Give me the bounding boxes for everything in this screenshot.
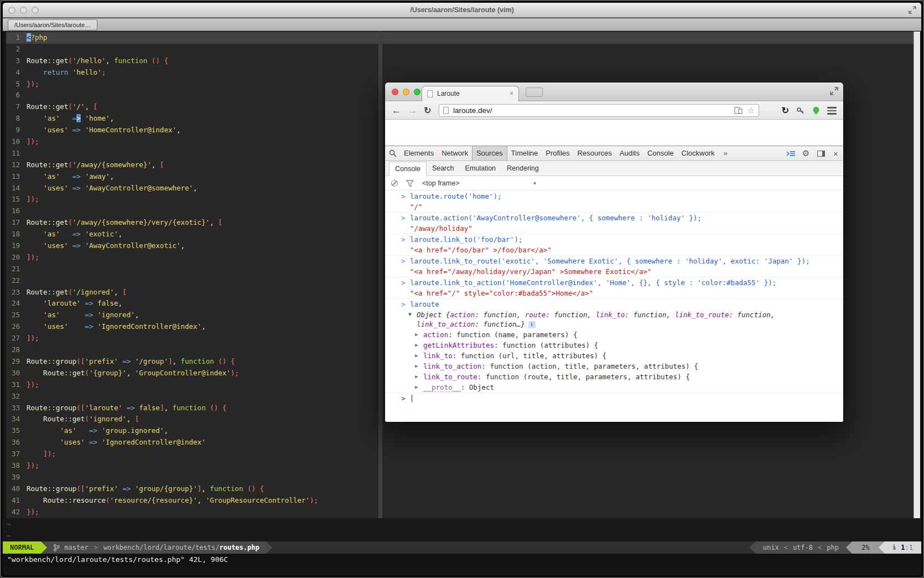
close-button[interactable] — [392, 89, 398, 95]
url-text[interactable]: laroute.dev/ — [453, 105, 492, 116]
browser-titlebar[interactable]: Laroute × — [385, 82, 843, 101]
code-line[interactable]: 13 'as' => 'away', — [6, 171, 378, 183]
code-line[interactable]: 14 'uses' => 'AwayController@somewhere', — [6, 183, 378, 194]
code-line[interactable]: 28 — [6, 344, 378, 356]
code-line[interactable]: 16 — [6, 205, 378, 217]
code-line[interactable]: 7Route::get('/', [ — [6, 101, 378, 113]
terminal-scrollbar[interactable] — [913, 32, 920, 518]
drawer-tab-emulation[interactable]: Emulation — [459, 162, 501, 176]
tab-close-icon[interactable]: × — [510, 86, 513, 101]
terminal-tab[interactable]: /Users/aaron/Sites/laroute… — [8, 19, 97, 30]
code-line[interactable]: 2 — [6, 44, 378, 55]
code-line[interactable]: 26 'uses' => 'IgnoredController@index', — [6, 321, 378, 333]
drawer-tab-search[interactable]: Search — [427, 162, 460, 176]
code-line[interactable]: 1<?php — [6, 32, 378, 44]
bookmark-star-icon[interactable]: ☆ — [747, 106, 755, 115]
info-icon[interactable]: i — [528, 321, 536, 328]
window-resize-icon[interactable] — [830, 87, 838, 95]
code-line[interactable]: 23Route::get('/ignored', [ — [6, 287, 378, 298]
devtools-tab-profiles[interactable]: Profiles — [542, 146, 573, 161]
code-line[interactable]: 31}); — [6, 379, 378, 391]
code-line[interactable]: 30 Route::get('{group}', 'GroupControlle… — [6, 368, 378, 379]
expand-triangle-icon[interactable]: ▶ — [415, 383, 418, 392]
code-line[interactable]: 5}); — [6, 79, 378, 90]
console-log[interactable]: >laroute.route('home');"/">laroute.actio… — [385, 191, 843, 422]
devtools-tab-clockwork[interactable]: Clockwork — [678, 146, 719, 161]
collapse-triangle-icon[interactable]: ▼ — [408, 309, 412, 319]
frame-selector[interactable]: <top frame> ▼ — [422, 179, 537, 187]
drawer-tab-console[interactable]: Console — [389, 162, 427, 176]
devtools-tab-timeline[interactable]: Timeline — [507, 146, 542, 161]
vim-pane-left[interactable]: 1<?php23Route::get('/hello', function ()… — [6, 32, 378, 518]
dock-side-icon[interactable] — [813, 146, 828, 161]
console-prompt-row[interactable]: > — [385, 393, 843, 404]
code-line[interactable]: 21 — [6, 264, 378, 275]
code-line[interactable]: 37 ]); — [6, 448, 378, 460]
code-line[interactable]: 25 'as' => 'ignored', — [6, 309, 378, 321]
code-line[interactable]: 18 'as' => 'exotic', — [6, 229, 378, 240]
page-viewport[interactable] — [385, 120, 843, 146]
devtools-tab-elements[interactable]: Elements — [400, 146, 438, 161]
code-line[interactable]: 32 — [6, 391, 378, 402]
code-line[interactable]: 8 'as' => 'home', — [6, 113, 378, 125]
window-resize-icon[interactable] — [909, 6, 916, 14]
expand-triangle-icon[interactable]: ▶ — [415, 351, 418, 360]
address-bar[interactable]: laroute.dev/ ☆ — [439, 104, 759, 117]
code-line[interactable]: 40Route::group(['prefix' => 'group/{grou… — [6, 483, 378, 495]
code-line[interactable]: 34 Route::get('ignored', [ — [6, 414, 378, 425]
devtools-tab-console[interactable]: Console — [643, 146, 678, 161]
drawer-toggle-icon[interactable] — [783, 146, 798, 161]
code-line[interactable]: 19 'uses' => 'AwayController@exotic', — [6, 240, 378, 252]
devtools-tab-sources[interactable]: Sources — [472, 146, 507, 161]
devtools-close-icon[interactable]: × — [828, 146, 843, 161]
console-input-row[interactable]: >laroute.link_to('foo/bar'); — [385, 234, 843, 245]
code-line[interactable]: 35 'as' => 'group.ignored', — [6, 425, 378, 437]
expand-triangle-icon[interactable]: ▶ — [415, 340, 418, 350]
code-line[interactable]: 6 — [6, 90, 378, 101]
code-line[interactable]: 11 — [6, 148, 378, 159]
code-line[interactable]: 17Route::get('/away/{somewhere}/very/{ex… — [6, 217, 378, 229]
clear-console-icon[interactable] — [391, 180, 398, 187]
code-line[interactable]: 33Route::group(['laroute' => false], fun… — [6, 402, 378, 414]
gear-icon[interactable]: ⚙ — [798, 146, 813, 161]
drawer-tab-rendering[interactable]: Rendering — [501, 162, 544, 176]
devtools-tab-resources[interactable]: Resources — [574, 146, 616, 161]
extension-key-icon[interactable] — [796, 106, 805, 115]
device-mode-icon[interactable] — [734, 107, 743, 114]
code-line[interactable]: 12Route::get('/away/{somewhere}', [ — [6, 159, 378, 171]
code-line[interactable]: 38}); — [6, 460, 378, 472]
extension-swirl-icon[interactable]: ↻ — [782, 106, 789, 115]
devtools-tab-network[interactable]: Network — [438, 146, 472, 161]
code-line[interactable]: 9 'uses' => 'HomeController@index', — [6, 125, 378, 136]
code-line[interactable]: 24 'laroute' => false, — [6, 298, 378, 309]
console-input-row[interactable]: >laroute — [385, 299, 843, 309]
console-input-row[interactable]: >laroute.route('home'); — [385, 191, 843, 202]
code-line[interactable]: 22 — [6, 275, 378, 287]
back-button[interactable]: ← — [392, 102, 401, 119]
code-line[interactable]: 20]); — [6, 252, 378, 264]
console-input-row[interactable]: >laroute.link_to_action('HomeController@… — [385, 277, 843, 288]
expand-triangle-icon[interactable]: ▶ — [415, 372, 418, 381]
devtools-tab-audits[interactable]: Audits — [616, 146, 643, 161]
code-line[interactable]: 36 'uses' => 'IgnoredController@index' — [6, 437, 378, 448]
code-line[interactable]: 3Route::get('/hello', function () { — [6, 55, 378, 67]
minimize-button[interactable] — [403, 89, 409, 95]
new-tab-button[interactable] — [526, 87, 543, 97]
search-icon[interactable] — [385, 146, 400, 161]
code-line[interactable]: 27]); — [6, 333, 378, 344]
expand-triangle-icon[interactable]: ▶ — [415, 362, 418, 371]
vim-split-divider[interactable] — [378, 32, 382, 518]
browser-tab[interactable]: Laroute × — [422, 86, 519, 101]
extension-pin-icon[interactable] — [812, 106, 820, 115]
filter-icon[interactable] — [406, 180, 414, 187]
tab-overflow-icon[interactable]: » — [719, 146, 733, 161]
code-line[interactable]: 4 return 'hello'; — [6, 67, 378, 79]
code-line[interactable]: 29Route::group(['prefix' => '/group'], f… — [6, 356, 378, 368]
expand-triangle-icon[interactable]: ▶ — [415, 330, 418, 339]
forward-button[interactable]: → — [408, 102, 417, 119]
code-line[interactable]: 39 — [6, 472, 378, 483]
console-input-row[interactable]: >laroute.link_to_route('exotic', 'Somewh… — [385, 256, 843, 266]
code-line[interactable]: 42}); — [6, 507, 378, 518]
terminal-titlebar[interactable]: /Users/aaron/Sites/laroute (vim) — [3, 3, 921, 18]
code-line[interactable]: 15]); — [6, 194, 378, 205]
